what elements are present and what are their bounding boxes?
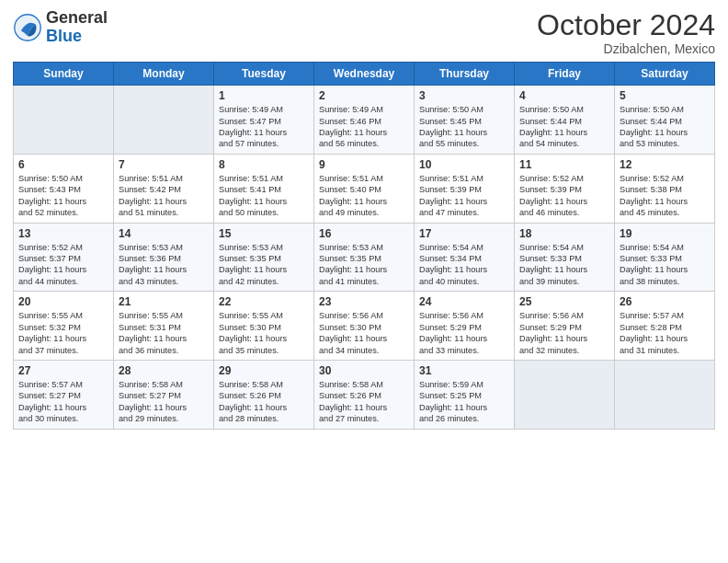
day-cell: 4Sunrise: 5:50 AM Sunset: 5:44 PM Daylig…	[515, 86, 615, 155]
day-detail: Sunrise: 5:55 AM Sunset: 5:31 PM Dayligh…	[119, 310, 209, 356]
day-number: 5	[620, 89, 710, 102]
day-number: 6	[18, 158, 108, 171]
day-cell: 24Sunrise: 5:56 AM Sunset: 5:29 PM Dayli…	[415, 292, 515, 361]
week-row-4: 20Sunrise: 5:55 AM Sunset: 5:32 PM Dayli…	[14, 292, 715, 361]
day-number: 30	[319, 364, 409, 377]
day-cell: 30Sunrise: 5:58 AM Sunset: 5:26 PM Dayli…	[314, 360, 415, 429]
day-detail: Sunrise: 5:51 AM Sunset: 5:42 PM Dayligh…	[119, 173, 209, 219]
day-detail: Sunrise: 5:52 AM Sunset: 5:39 PM Dayligh…	[519, 173, 609, 219]
header: General Blue October 2024 Dzibalchen, Me…	[13, 9, 715, 56]
day-cell: 17Sunrise: 5:54 AM Sunset: 5:34 PM Dayli…	[415, 223, 515, 292]
day-detail: Sunrise: 5:53 AM Sunset: 5:35 PM Dayligh…	[319, 242, 409, 288]
day-number: 12	[620, 158, 710, 171]
day-number: 16	[319, 227, 409, 240]
day-number: 18	[519, 227, 609, 240]
day-detail: Sunrise: 5:55 AM Sunset: 5:30 PM Dayligh…	[219, 310, 309, 356]
day-detail: Sunrise: 5:56 AM Sunset: 5:29 PM Dayligh…	[519, 310, 609, 356]
day-cell: 29Sunrise: 5:58 AM Sunset: 5:26 PM Dayli…	[214, 360, 314, 429]
calendar-header: Sunday Monday Tuesday Wednesday Thursday…	[14, 63, 715, 86]
day-cell	[14, 86, 114, 155]
day-cell: 26Sunrise: 5:57 AM Sunset: 5:28 PM Dayli…	[615, 292, 715, 361]
week-row-1: 1Sunrise: 5:49 AM Sunset: 5:47 PM Daylig…	[14, 86, 715, 155]
day-number: 7	[119, 158, 209, 171]
day-detail: Sunrise: 5:51 AM Sunset: 5:40 PM Dayligh…	[319, 173, 409, 219]
day-number: 19	[620, 227, 710, 240]
day-detail: Sunrise: 5:49 AM Sunset: 5:46 PM Dayligh…	[319, 104, 409, 150]
day-cell: 25Sunrise: 5:56 AM Sunset: 5:29 PM Dayli…	[515, 292, 615, 361]
day-cell: 31Sunrise: 5:59 AM Sunset: 5:25 PM Dayli…	[415, 360, 515, 429]
day-detail: Sunrise: 5:49 AM Sunset: 5:47 PM Dayligh…	[219, 104, 309, 150]
day-cell: 9Sunrise: 5:51 AM Sunset: 5:40 PM Daylig…	[314, 154, 415, 223]
day-cell: 21Sunrise: 5:55 AM Sunset: 5:31 PM Dayli…	[114, 292, 214, 361]
header-friday: Friday	[515, 63, 615, 86]
logo-icon	[13, 13, 42, 42]
day-cell: 16Sunrise: 5:53 AM Sunset: 5:35 PM Dayli…	[314, 223, 415, 292]
day-number: 17	[419, 227, 509, 240]
weekday-header-row: Sunday Monday Tuesday Wednesday Thursday…	[14, 63, 715, 86]
week-row-3: 13Sunrise: 5:52 AM Sunset: 5:37 PM Dayli…	[14, 223, 715, 292]
day-cell: 20Sunrise: 5:55 AM Sunset: 5:32 PM Dayli…	[14, 292, 114, 361]
day-detail: Sunrise: 5:54 AM Sunset: 5:33 PM Dayligh…	[519, 242, 609, 288]
calendar-page: General Blue October 2024 Dzibalchen, Me…	[0, 0, 728, 563]
title-block: October 2024 Dzibalchen, Mexico	[537, 9, 715, 56]
logo-blue: Blue	[46, 28, 108, 46]
day-number: 13	[18, 227, 108, 240]
day-detail: Sunrise: 5:56 AM Sunset: 5:29 PM Dayligh…	[419, 310, 509, 356]
day-cell	[615, 360, 715, 429]
day-cell: 14Sunrise: 5:53 AM Sunset: 5:36 PM Dayli…	[114, 223, 214, 292]
day-cell: 19Sunrise: 5:54 AM Sunset: 5:33 PM Dayli…	[615, 223, 715, 292]
header-monday: Monday	[114, 63, 214, 86]
day-detail: Sunrise: 5:56 AM Sunset: 5:30 PM Dayligh…	[319, 310, 409, 356]
day-number: 25	[519, 295, 609, 308]
logo-general: General	[46, 9, 108, 28]
day-cell: 13Sunrise: 5:52 AM Sunset: 5:37 PM Dayli…	[14, 223, 114, 292]
header-tuesday: Tuesday	[214, 63, 314, 86]
day-number: 10	[419, 158, 509, 171]
day-cell	[515, 360, 615, 429]
calendar-body: 1Sunrise: 5:49 AM Sunset: 5:47 PM Daylig…	[14, 86, 715, 429]
day-number: 21	[119, 295, 209, 308]
header-thursday: Thursday	[415, 63, 515, 86]
day-detail: Sunrise: 5:58 AM Sunset: 5:27 PM Dayligh…	[119, 379, 209, 425]
day-detail: Sunrise: 5:50 AM Sunset: 5:43 PM Dayligh…	[18, 173, 108, 219]
day-detail: Sunrise: 5:50 AM Sunset: 5:45 PM Dayligh…	[419, 104, 509, 150]
day-detail: Sunrise: 5:53 AM Sunset: 5:36 PM Dayligh…	[119, 242, 209, 288]
day-cell: 28Sunrise: 5:58 AM Sunset: 5:27 PM Dayli…	[114, 360, 214, 429]
day-number: 4	[519, 89, 609, 102]
day-number: 2	[319, 89, 409, 102]
month-title: October 2024	[537, 9, 715, 41]
day-cell: 3Sunrise: 5:50 AM Sunset: 5:45 PM Daylig…	[415, 86, 515, 155]
day-number: 23	[319, 295, 409, 308]
logo: General Blue	[13, 9, 108, 46]
logo-text: General Blue	[46, 9, 108, 46]
location: Dzibalchen, Mexico	[537, 41, 715, 56]
day-detail: Sunrise: 5:58 AM Sunset: 5:26 PM Dayligh…	[319, 379, 409, 425]
header-saturday: Saturday	[615, 63, 715, 86]
day-number: 3	[419, 89, 509, 102]
day-cell: 15Sunrise: 5:53 AM Sunset: 5:35 PM Dayli…	[214, 223, 314, 292]
day-detail: Sunrise: 5:55 AM Sunset: 5:32 PM Dayligh…	[18, 310, 108, 356]
day-detail: Sunrise: 5:52 AM Sunset: 5:38 PM Dayligh…	[620, 173, 710, 219]
day-detail: Sunrise: 5:51 AM Sunset: 5:41 PM Dayligh…	[219, 173, 309, 219]
week-row-2: 6Sunrise: 5:50 AM Sunset: 5:43 PM Daylig…	[14, 154, 715, 223]
week-row-5: 27Sunrise: 5:57 AM Sunset: 5:27 PM Dayli…	[14, 360, 715, 429]
calendar-table: Sunday Monday Tuesday Wednesday Thursday…	[13, 62, 715, 429]
day-number: 1	[219, 89, 309, 102]
day-cell: 8Sunrise: 5:51 AM Sunset: 5:41 PM Daylig…	[214, 154, 314, 223]
day-detail: Sunrise: 5:52 AM Sunset: 5:37 PM Dayligh…	[18, 242, 108, 288]
day-cell	[114, 86, 214, 155]
day-cell: 2Sunrise: 5:49 AM Sunset: 5:46 PM Daylig…	[314, 86, 415, 155]
day-number: 9	[319, 158, 409, 171]
day-number: 31	[419, 364, 509, 377]
day-detail: Sunrise: 5:57 AM Sunset: 5:28 PM Dayligh…	[620, 310, 710, 356]
header-wednesday: Wednesday	[314, 63, 415, 86]
day-cell: 23Sunrise: 5:56 AM Sunset: 5:30 PM Dayli…	[314, 292, 415, 361]
day-number: 27	[18, 364, 108, 377]
day-detail: Sunrise: 5:54 AM Sunset: 5:34 PM Dayligh…	[419, 242, 509, 288]
day-detail: Sunrise: 5:50 AM Sunset: 5:44 PM Dayligh…	[620, 104, 710, 150]
day-detail: Sunrise: 5:57 AM Sunset: 5:27 PM Dayligh…	[18, 379, 108, 425]
day-cell: 7Sunrise: 5:51 AM Sunset: 5:42 PM Daylig…	[114, 154, 214, 223]
day-cell: 18Sunrise: 5:54 AM Sunset: 5:33 PM Dayli…	[515, 223, 615, 292]
day-cell: 5Sunrise: 5:50 AM Sunset: 5:44 PM Daylig…	[615, 86, 715, 155]
day-number: 15	[219, 227, 309, 240]
